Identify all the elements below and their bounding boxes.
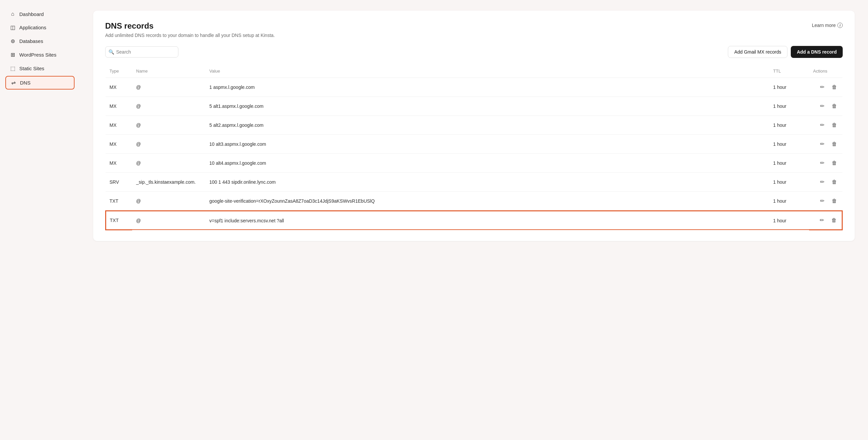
dashboard-icon: ⌂ — [9, 11, 16, 17]
page-subtitle: Add unlimited DNS records to your domain… — [105, 33, 275, 38]
dns-table: Type Name Value TTL Actions MX@1 aspmx.l… — [105, 66, 843, 230]
cell-value: v=spf1 include:servers.mcsv.net ?all — [205, 211, 769, 230]
table-row: TXT@google-site-verification=rXOxyZounnZ… — [105, 192, 842, 211]
page-header-left: DNS records Add unlimited DNS records to… — [105, 21, 275, 38]
cell-type: MX — [105, 154, 132, 173]
col-header-name: Name — [132, 66, 205, 78]
cell-ttl: 1 hour — [769, 173, 809, 192]
action-icons-group: ✏🗑 — [813, 178, 838, 186]
table-row: MX@5 alt2.aspmx.l.google.com1 hour✏🗑 — [105, 116, 842, 135]
wordpress-sites-icon: ⊞ — [9, 52, 16, 58]
learn-more-text: Learn more — [812, 23, 836, 28]
delete-button[interactable]: 🗑 — [830, 178, 838, 186]
cell-actions: ✏🗑 — [809, 211, 842, 230]
cell-ttl: 1 hour — [769, 116, 809, 135]
edit-button[interactable]: ✏ — [818, 216, 826, 224]
cell-actions: ✏🗑 — [809, 116, 842, 135]
cell-value: 5 alt1.aspmx.l.google.com — [205, 97, 769, 116]
sidebar-item-applications[interactable]: ◫Applications — [5, 21, 74, 34]
cell-type: SRV — [105, 173, 132, 192]
sidebar-item-label-databases: Databases — [19, 38, 43, 44]
action-icons-group: ✏🗑 — [813, 140, 838, 148]
action-icons-group: ✏🗑 — [813, 216, 838, 224]
cell-value: 5 alt2.aspmx.l.google.com — [205, 116, 769, 135]
cell-actions: ✏🗑 — [809, 78, 842, 97]
cell-name: _sip._tls.kinstaexample.com. — [132, 173, 205, 192]
edit-button[interactable]: ✏ — [819, 197, 826, 205]
cell-name: @ — [132, 97, 205, 116]
edit-button[interactable]: ✏ — [819, 102, 826, 110]
applications-icon: ◫ — [9, 24, 16, 31]
edit-button[interactable]: ✏ — [819, 178, 826, 186]
sidebar-item-wordpress-sites[interactable]: ⊞WordPress Sites — [5, 49, 74, 61]
cell-ttl: 1 hour — [769, 78, 809, 97]
table-row: TXT@v=spf1 include:servers.mcsv.net ?all… — [105, 211, 842, 230]
col-header-ttl: TTL — [769, 66, 809, 78]
cell-name: @ — [132, 192, 205, 211]
cell-name: @ — [132, 116, 205, 135]
cell-value: google-site-verification=rXOxyZounnZasA8… — [205, 192, 769, 211]
col-header-value: Value — [205, 66, 769, 78]
sidebar-item-static-sites[interactable]: ⬚Static Sites — [5, 62, 74, 74]
content-card: DNS records Add unlimited DNS records to… — [93, 11, 855, 241]
table-row: MX@10 alt4.aspmx.l.google.com1 hour✏🗑 — [105, 154, 842, 173]
col-header-actions: Actions — [809, 66, 842, 78]
cell-ttl: 1 hour — [769, 211, 809, 230]
delete-button[interactable]: 🗑 — [830, 216, 838, 224]
delete-button[interactable]: 🗑 — [830, 197, 838, 205]
table-row: MX@5 alt1.aspmx.l.google.com1 hour✏🗑 — [105, 97, 842, 116]
cell-value: 1 aspmx.l.google.com — [205, 78, 769, 97]
cell-name: @ — [132, 211, 205, 230]
cell-value: 10 alt3.aspmx.l.google.com — [205, 135, 769, 154]
sidebar-item-dashboard[interactable]: ⌂Dashboard — [5, 8, 74, 20]
action-icons-group: ✏🗑 — [813, 102, 838, 110]
sidebar-item-label-applications: Applications — [19, 25, 46, 30]
sidebar-item-label-static-sites: Static Sites — [19, 66, 44, 71]
toolbar: 🔍 Add Gmail MX records Add a DNS record — [105, 46, 843, 58]
info-icon: i — [837, 23, 843, 28]
add-gmail-button[interactable]: Add Gmail MX records — [728, 46, 787, 58]
cell-type: MX — [105, 97, 132, 116]
action-icons-group: ✏🗑 — [813, 197, 838, 205]
edit-button[interactable]: ✏ — [819, 121, 826, 129]
cell-ttl: 1 hour — [769, 154, 809, 173]
cell-actions: ✏🗑 — [809, 135, 842, 154]
databases-icon: ⊚ — [9, 38, 16, 44]
table-header-row: Type Name Value TTL Actions — [105, 66, 842, 78]
edit-button[interactable]: ✏ — [819, 159, 826, 167]
action-icons-group: ✏🗑 — [813, 83, 838, 91]
action-icons-group: ✏🗑 — [813, 121, 838, 129]
delete-button[interactable]: 🗑 — [830, 159, 838, 167]
delete-button[interactable]: 🗑 — [830, 140, 838, 148]
sidebar-item-dns[interactable]: ⇌DNS — [5, 76, 74, 90]
cell-value: 100 1 443 sipdir.online.lync.com — [205, 173, 769, 192]
cell-actions: ✏🗑 — [809, 154, 842, 173]
learn-more-link[interactable]: Learn more i — [812, 21, 843, 28]
sidebar-item-label-dashboard: Dashboard — [19, 11, 43, 17]
cell-actions: ✏🗑 — [809, 173, 842, 192]
edit-button[interactable]: ✏ — [819, 140, 826, 148]
sidebar-item-label-dns: DNS — [20, 80, 31, 86]
sidebar-item-label-wordpress-sites: WordPress Sites — [19, 52, 56, 58]
search-wrapper: 🔍 — [105, 46, 178, 58]
delete-button[interactable]: 🗑 — [830, 121, 838, 129]
search-input[interactable] — [105, 46, 178, 58]
add-dns-button[interactable]: Add a DNS record — [791, 46, 843, 58]
cell-actions: ✏🗑 — [809, 192, 842, 211]
cell-name: @ — [132, 78, 205, 97]
cell-name: @ — [132, 135, 205, 154]
col-header-type: Type — [105, 66, 132, 78]
static-sites-icon: ⬚ — [9, 65, 16, 71]
cell-type: TXT — [105, 192, 132, 211]
table-row: MX@1 aspmx.l.google.com1 hour✏🗑 — [105, 78, 842, 97]
delete-button[interactable]: 🗑 — [830, 83, 838, 91]
cell-actions: ✏🗑 — [809, 97, 842, 116]
delete-button[interactable]: 🗑 — [830, 102, 838, 110]
page-header: DNS records Add unlimited DNS records to… — [105, 21, 843, 38]
cell-name: @ — [132, 154, 205, 173]
edit-button[interactable]: ✏ — [819, 83, 826, 91]
cell-ttl: 1 hour — [769, 135, 809, 154]
search-icon: 🔍 — [108, 49, 114, 55]
sidebar-item-databases[interactable]: ⊚Databases — [5, 35, 74, 47]
cell-type: TXT — [105, 211, 132, 230]
